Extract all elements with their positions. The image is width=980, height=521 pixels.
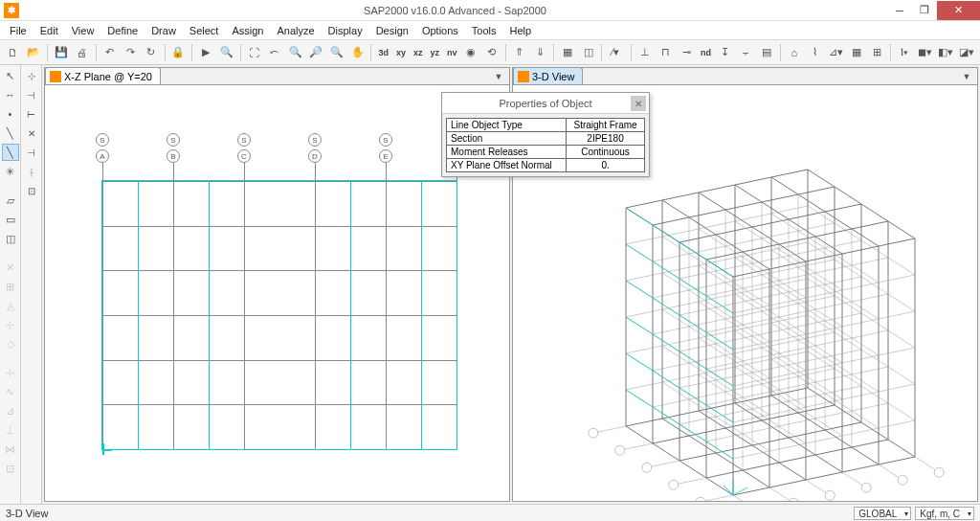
snap-intersect-icon[interactable]: ✕: [23, 125, 40, 142]
menu-display[interactable]: Display: [323, 23, 368, 38]
view-nv-button[interactable]: nv: [444, 43, 460, 62]
show-undeformed-button[interactable]: ⌂: [785, 43, 804, 62]
set-elements-button[interactable]: ▦: [558, 43, 577, 62]
frame-release-button[interactable]: ⊸: [677, 43, 696, 62]
lock-button[interactable]: 🔒: [169, 43, 189, 62]
select-all-tool[interactable]: ✕: [2, 259, 19, 276]
design-concrete-button[interactable]: ◼▾: [916, 43, 935, 62]
refresh-button[interactable]: ↻: [142, 43, 161, 62]
snap-end-icon[interactable]: ⊣: [23, 86, 40, 103]
zoom-rubber-button[interactable]: 🔍: [217, 43, 236, 62]
snap-grid-tool[interactable]: ◇: [2, 335, 19, 352]
show-named-button[interactable]: ⊞: [868, 43, 887, 62]
prop-val[interactable]: 2IPE180: [567, 132, 645, 146]
view-xy-button[interactable]: xy: [393, 43, 409, 62]
minimize-button[interactable]: ─: [887, 1, 912, 20]
canvas-2d[interactable]: SASBSCSDSESF: [45, 85, 509, 501]
frame-section-button[interactable]: ⊓: [657, 43, 676, 62]
select-prev-tool[interactable]: ⊞: [2, 278, 19, 295]
zoom-in-button[interactable]: 🔍: [286, 43, 305, 62]
joint-load-button[interactable]: ↧: [716, 43, 735, 62]
snap-tool-d[interactable]: ⊥: [2, 421, 19, 439]
view-3d-button[interactable]: 3d: [375, 43, 391, 62]
draw-rect-area-tool[interactable]: ▭: [2, 211, 19, 228]
menu-select[interactable]: Select: [184, 23, 225, 38]
show-deformed-button[interactable]: ⌇: [806, 43, 825, 62]
design-cold-button[interactable]: ◪▾: [957, 43, 976, 62]
undo-button[interactable]: ↶: [100, 43, 120, 62]
pointer-tool[interactable]: ↖: [2, 67, 19, 84]
zoom-restore-button[interactable]: 🔍: [327, 43, 346, 62]
view-tab-left[interactable]: X-Z Plane @ Y=20: [45, 67, 161, 84]
view-xz-button[interactable]: xz: [411, 43, 426, 62]
snap-tool-b[interactable]: ∿: [2, 383, 19, 400]
rotate3d-button[interactable]: ⟲: [482, 43, 501, 62]
coord-system-dropdown[interactable]: GLOBAL: [854, 507, 911, 520]
object-shrink-button[interactable]: ◫: [579, 43, 598, 62]
menu-design[interactable]: Design: [370, 23, 414, 38]
zoom-prev-button[interactable]: ⤺: [265, 43, 284, 62]
view-tab-right[interactable]: 3-D View: [513, 67, 583, 84]
draw-poly-area-tool[interactable]: ▱: [2, 192, 19, 209]
draw-special-joint-tool[interactable]: •: [2, 105, 19, 123]
open-button[interactable]: 📂: [25, 43, 44, 62]
design-alum-button[interactable]: ◧▾: [937, 43, 956, 62]
up-button[interactable]: ⇑: [510, 43, 529, 62]
snap-tool-e[interactable]: ⋈: [2, 441, 19, 458]
new-button[interactable]: 🗋: [4, 43, 23, 62]
menu-draw[interactable]: Draw: [145, 23, 182, 38]
zoom-full-button[interactable]: ⛶: [244, 43, 263, 62]
snap-grid-icon[interactable]: ⊡: [23, 182, 40, 199]
print-button[interactable]: 🖨: [73, 43, 92, 62]
snap-point-icon[interactable]: ⊹: [23, 67, 40, 84]
snap-joint-tool[interactable]: ⊹: [2, 316, 19, 333]
design-steel-button[interactable]: Ⲓ▾: [895, 43, 914, 62]
menu-define[interactable]: Define: [101, 23, 144, 38]
units-dropdown[interactable]: Kgf, m, C: [915, 507, 974, 520]
joint-restraint-button[interactable]: ⊥: [635, 43, 655, 62]
menu-assign[interactable]: Assign: [226, 23, 269, 38]
nd-button[interactable]: nd: [698, 43, 714, 62]
save-button[interactable]: 💾: [52, 43, 71, 62]
clear-select-tool[interactable]: ◬: [2, 297, 19, 314]
quick-draw-area-tool[interactable]: ◫: [2, 230, 19, 247]
menu-file[interactable]: File: [4, 23, 33, 38]
zoom-out-button[interactable]: 🔎: [306, 43, 325, 62]
menu-analyze[interactable]: Analyze: [271, 23, 320, 38]
set-limits-button[interactable]: ⁄▾: [606, 43, 625, 62]
menu-edit[interactable]: Edit: [34, 23, 64, 38]
perspective-button[interactable]: ◉: [461, 43, 480, 62]
view-yz-button[interactable]: yz: [427, 43, 442, 62]
reshape-tool[interactable]: ↔: [2, 86, 19, 103]
snap-tool-c[interactable]: ⊿: [2, 402, 19, 419]
properties-panel[interactable]: Properties of Object ✕ Line Object TypeS…: [441, 92, 650, 177]
prop-val[interactable]: Straight Frame: [567, 119, 645, 132]
snap-tool-f[interactable]: ⊡: [2, 460, 19, 477]
snap-mid-icon[interactable]: ⊢: [23, 105, 40, 123]
draw-frame-tool[interactable]: ╲: [2, 125, 19, 142]
menu-options[interactable]: Options: [416, 23, 464, 38]
snap-line-icon[interactable]: ⟊: [23, 163, 40, 180]
close-button[interactable]: ✕: [937, 1, 980, 20]
snap-tool-a[interactable]: ⊹: [2, 364, 19, 381]
prop-val[interactable]: 0.: [567, 159, 645, 172]
view-dropdown-right[interactable]: ▼: [960, 70, 973, 83]
quick-draw-brace-tool[interactable]: ✳: [2, 163, 19, 180]
pan-button[interactable]: ✋: [348, 43, 368, 62]
area-load-button[interactable]: ▤: [757, 43, 776, 62]
run-button[interactable]: ▶: [196, 43, 215, 62]
frame-load-button[interactable]: ⫟: [737, 43, 756, 62]
menu-view[interactable]: View: [66, 23, 100, 38]
show-tables-button[interactable]: ▦: [847, 43, 866, 62]
quick-draw-frame-tool[interactable]: ╲: [2, 144, 19, 161]
properties-title[interactable]: Properties of Object ✕: [442, 93, 649, 114]
menu-tools[interactable]: Tools: [466, 23, 502, 38]
snap-perp-icon[interactable]: ⊣: [23, 144, 40, 161]
properties-close-button[interactable]: ✕: [631, 96, 646, 111]
show-forces-button[interactable]: ⊿▾: [826, 43, 845, 62]
view-dropdown-left[interactable]: ▼: [492, 70, 505, 83]
prop-val[interactable]: Continuous: [567, 146, 645, 159]
down-button[interactable]: ⇓: [530, 43, 549, 62]
redo-button[interactable]: ↷: [121, 43, 140, 62]
menu-help[interactable]: Help: [504, 23, 538, 38]
